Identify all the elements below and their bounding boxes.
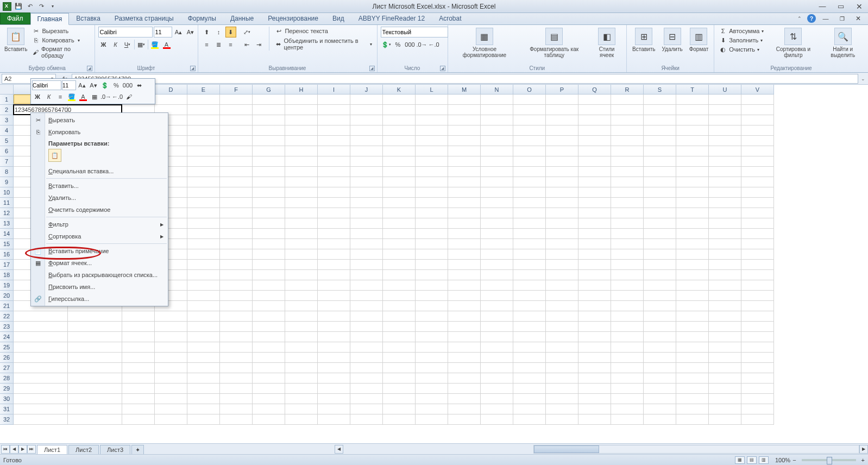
cell-U1[interactable] (709, 95, 741, 105)
cell-T7[interactable] (676, 156, 709, 167)
cell-M28[interactable] (448, 373, 481, 384)
cell-N8[interactable] (481, 167, 513, 177)
cell-S24[interactable] (644, 332, 676, 342)
comma-icon[interactable]: 000 (405, 39, 416, 50)
align-middle-icon[interactable]: ↕ (213, 27, 224, 37)
cell-G30[interactable] (253, 394, 285, 404)
tab-review[interactable]: Рецензирование (261, 12, 325, 24)
cell-Q12[interactable] (578, 208, 611, 218)
cell-M17[interactable] (448, 260, 481, 270)
cell-D26[interactable] (155, 353, 187, 363)
cell-E19[interactable] (187, 280, 220, 291)
cell-H28[interactable] (285, 373, 318, 384)
copy-button[interactable]: ⎘Копировать▾ (30, 36, 91, 45)
cell-N12[interactable] (481, 208, 513, 218)
cell-N26[interactable] (481, 353, 513, 363)
cell-N29[interactable] (481, 384, 513, 394)
cell-K3[interactable] (383, 115, 416, 125)
cell-K22[interactable] (383, 311, 416, 322)
row-header-12[interactable]: 12 (0, 208, 14, 218)
cell-R2[interactable] (611, 105, 644, 115)
cell-K20[interactable] (383, 291, 416, 301)
cell-P22[interactable] (546, 311, 578, 322)
cell-S9[interactable] (644, 177, 676, 187)
col-header-L[interactable]: L (416, 85, 448, 95)
cell-P8[interactable] (546, 167, 578, 177)
cell-I20[interactable] (318, 291, 350, 301)
cell-Q1[interactable] (578, 95, 611, 105)
cell-N23[interactable] (481, 322, 513, 332)
cell-K7[interactable] (383, 156, 416, 167)
cell-I17[interactable] (318, 260, 350, 270)
cell-B28[interactable] (68, 373, 122, 384)
cell-L29[interactable] (416, 384, 448, 394)
cell-E11[interactable] (187, 198, 220, 208)
view-page-layout-icon[interactable]: ▤ (747, 456, 757, 464)
row-header-17[interactable]: 17 (0, 260, 14, 270)
cell-U25[interactable] (709, 342, 741, 353)
context-menu-item[interactable]: ▦Формат ячеек... (31, 257, 168, 269)
col-header-D[interactable]: D (155, 85, 187, 95)
mini-currency-icon[interactable]: 💲 (99, 80, 110, 91)
cell-E16[interactable] (187, 249, 220, 260)
cell-U26[interactable] (709, 353, 741, 363)
cell-H20[interactable] (285, 291, 318, 301)
cell-T25[interactable] (676, 342, 709, 353)
cell-C26[interactable] (122, 353, 155, 363)
close-button[interactable]: ✕ (853, 2, 866, 11)
cell-N32[interactable] (481, 414, 513, 425)
cell-P2[interactable] (546, 105, 578, 115)
cell-O7[interactable] (513, 156, 546, 167)
cell-I15[interactable] (318, 239, 350, 249)
qat-customize-icon[interactable]: ▾ (48, 2, 58, 11)
cell-E15[interactable] (187, 239, 220, 249)
cell-R9[interactable] (611, 177, 644, 187)
cell-T1[interactable] (676, 95, 709, 105)
cell-M5[interactable] (448, 136, 481, 146)
cell-A32[interactable] (14, 414, 68, 425)
cell-E12[interactable] (187, 208, 220, 218)
align-center-icon[interactable]: ≣ (213, 39, 224, 50)
row-header-22[interactable]: 22 (0, 311, 14, 322)
cell-U30[interactable] (709, 394, 741, 404)
cell-R26[interactable] (611, 353, 644, 363)
row-header-3[interactable]: 3 (0, 115, 14, 125)
cell-P13[interactable] (546, 218, 578, 229)
cell-J22[interactable] (350, 311, 383, 322)
cell-C32[interactable] (122, 414, 155, 425)
cell-F18[interactable] (220, 270, 253, 280)
cell-G31[interactable] (253, 404, 285, 414)
cell-F31[interactable] (220, 404, 253, 414)
percent-icon[interactable]: % (393, 39, 404, 50)
cell-K30[interactable] (383, 394, 416, 404)
col-header-M[interactable]: M (448, 85, 481, 95)
cell-O17[interactable] (513, 260, 546, 270)
cell-R20[interactable] (611, 291, 644, 301)
cell-I16[interactable] (318, 249, 350, 260)
cell-J1[interactable] (350, 95, 383, 105)
cell-H7[interactable] (285, 156, 318, 167)
context-menu-item[interactable]: Присвоить имя... (31, 281, 168, 293)
cell-N18[interactable] (481, 270, 513, 280)
cell-S6[interactable] (644, 146, 676, 156)
cell-B24[interactable] (68, 332, 122, 342)
mini-format-painter-icon[interactable]: 🖌 (123, 91, 134, 102)
cell-M2[interactable] (448, 105, 481, 115)
cell-K13[interactable] (383, 218, 416, 229)
cell-H23[interactable] (285, 322, 318, 332)
cell-K26[interactable] (383, 353, 416, 363)
alignment-launcher[interactable]: ◢ (369, 66, 375, 71)
cell-O18[interactable] (513, 270, 546, 280)
cell-O32[interactable] (513, 414, 546, 425)
cell-J3[interactable] (350, 115, 383, 125)
cell-L17[interactable] (416, 260, 448, 270)
cell-H10[interactable] (285, 187, 318, 198)
cell-U10[interactable] (709, 187, 741, 198)
cell-G8[interactable] (253, 167, 285, 177)
cell-D25[interactable] (155, 342, 187, 353)
row-header-30[interactable]: 30 (0, 394, 14, 404)
cell-F17[interactable] (220, 260, 253, 270)
cell-Q30[interactable] (578, 394, 611, 404)
cell-I4[interactable] (318, 125, 350, 136)
cell-U23[interactable] (709, 322, 741, 332)
